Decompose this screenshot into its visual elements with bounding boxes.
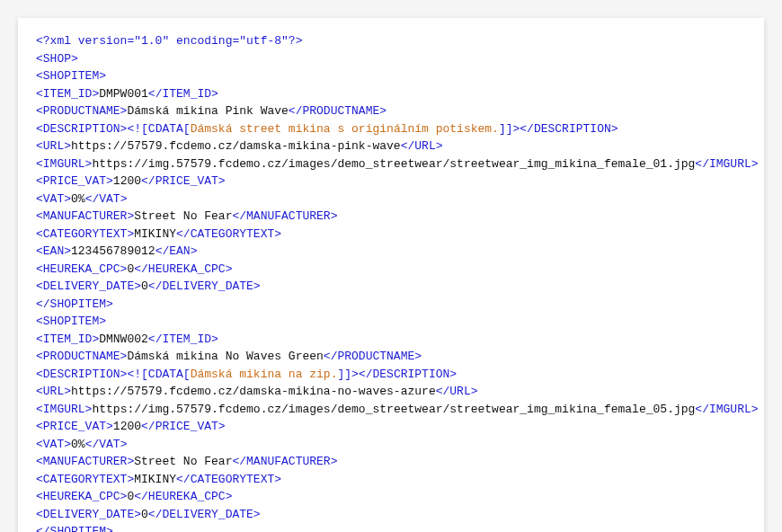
description-close: </DESCRIPTION> [359, 368, 457, 381]
price-vat-open: <PRICE_VAT> [36, 420, 113, 433]
productname-close: </PRODUCTNAME> [289, 104, 387, 118]
shopitem-close-tag: </SHOPITEM> [36, 297, 113, 311]
xml-code-panel: <?xml version="1.0" encoding="utf-8"?> <… [18, 18, 764, 532]
xml-pi-open: <?xml version= [36, 34, 134, 48]
description-open: <DESCRIPTION> [36, 368, 127, 381]
url-open: <URL> [36, 385, 71, 398]
heureka-cpc-open: <HEUREKA_CPC> [36, 490, 127, 503]
delivery-date-close: </DELIVERY_DATE> [148, 508, 261, 521]
description-open: <DESCRIPTION> [36, 122, 127, 136]
productname-open: <PRODUCTNAME> [36, 104, 127, 118]
price-vat-close: </PRICE_VAT> [141, 174, 226, 188]
xml-pi-close: ?> [289, 34, 303, 48]
manufacturer-value: Street No Fear [134, 209, 232, 223]
productname-open: <PRODUCTNAME> [36, 350, 127, 363]
item-id-close: </ITEM_ID> [148, 87, 218, 101]
price-vat-value: 1200 [113, 174, 141, 188]
imgurl-open: <IMGURL> [36, 157, 92, 171]
url-close: </URL> [401, 139, 443, 153]
heureka-cpc-close: </HEUREKA_CPC> [134, 490, 232, 503]
heureka-cpc-close: </HEUREKA_CPC> [134, 262, 232, 276]
delivery-date-open: <DELIVERY_DATE> [36, 508, 141, 521]
vat-value: 0% [71, 192, 85, 206]
price-vat-close: </PRICE_VAT> [141, 420, 226, 433]
imgurl-close: </IMGURL> [695, 403, 758, 416]
ean-value: 123456789012 [71, 244, 156, 258]
shopitem-open-tag: <SHOPITEM> [36, 69, 106, 83]
vat-open: <VAT> [36, 438, 71, 451]
description-cdata: Dámská street mikina s originálním potis… [191, 122, 499, 136]
vat-value: 0% [71, 438, 85, 451]
cdata-open: <![CDATA[ [127, 122, 190, 136]
price-vat-value: 1200 [113, 420, 141, 433]
delivery-date-close: </DELIVERY_DATE> [148, 279, 261, 293]
xml-declaration-line: <?xml version="1.0" encoding="utf-8"?> [36, 32, 746, 50]
shopitem-open-tag: <SHOPITEM> [36, 315, 106, 328]
imgurl-open: <IMGURL> [36, 403, 92, 416]
heureka-cpc-open: <HEUREKA_CPC> [36, 262, 127, 276]
cdata-close: ]]> [499, 122, 520, 136]
categorytext-open: <CATEGORYTEXT> [36, 227, 134, 241]
xml-encoding: "utf-8" [239, 34, 289, 48]
manufacturer-close: </MANUFACTURER> [232, 209, 337, 223]
imgurl-close: </IMGURL> [695, 157, 758, 171]
item-id-value: DMPW001 [99, 87, 148, 101]
item-id-close: </ITEM_ID> [148, 332, 218, 346]
imgurl-value: https://img.57579.fcdemo.cz/images/demo_… [92, 157, 695, 171]
delivery-date-open: <DELIVERY_DATE> [36, 279, 141, 293]
url-value: https://57579.fcdemo.cz/damska-mikina-pi… [71, 139, 401, 153]
ean-close: </EAN> [156, 244, 198, 258]
productname-value: Dámská mikina Pink Wave [127, 104, 288, 118]
cdata-open: <![CDATA[ [127, 368, 190, 381]
categorytext-value: MIKINY [134, 227, 176, 241]
item-id-open: <ITEM_ID> [36, 87, 99, 101]
categorytext-close: </CATEGORYTEXT> [176, 473, 281, 486]
item-id-value: DMNW002 [99, 332, 148, 346]
url-value: https://57579.fcdemo.cz/damska-mikina-no… [71, 385, 436, 398]
categorytext-open: <CATEGORYTEXT> [36, 473, 134, 486]
productname-value: Dámská mikina No Waves Green [127, 350, 323, 363]
item-id-open: <ITEM_ID> [36, 332, 99, 346]
url-close: </URL> [436, 385, 478, 398]
manufacturer-close: </MANUFACTURER> [232, 455, 337, 468]
ean-open: <EAN> [36, 244, 71, 258]
vat-open: <VAT> [36, 192, 71, 206]
manufacturer-open: <MANUFACTURER> [36, 455, 134, 468]
categorytext-close: </CATEGORYTEXT> [176, 227, 281, 241]
url-open: <URL> [36, 139, 71, 153]
delivery-date-value: 0 [141, 279, 148, 293]
vat-close: </VAT> [85, 192, 128, 206]
shopitem-close-tag: </SHOPITEM> [36, 525, 113, 532]
cdata-close: ]]> [337, 368, 358, 381]
price-vat-open: <PRICE_VAT> [36, 174, 113, 188]
shop-open-tag: <SHOP> [36, 52, 78, 66]
imgurl-value: https://img.57579.fcdemo.cz/images/demo_… [92, 403, 695, 416]
xml-pi-mid: encoding= [169, 34, 239, 48]
xml-version: "1.0" [134, 34, 169, 48]
manufacturer-value: Street No Fear [134, 455, 232, 468]
categorytext-value: MIKINY [134, 473, 176, 486]
description-cdata: Dámská mikina na zip. [191, 368, 338, 381]
vat-close: </VAT> [85, 438, 128, 451]
productname-close: </PRODUCTNAME> [324, 350, 422, 363]
description-close: </DESCRIPTION> [520, 122, 618, 136]
manufacturer-open: <MANUFACTURER> [36, 209, 134, 223]
delivery-date-value: 0 [141, 508, 148, 521]
